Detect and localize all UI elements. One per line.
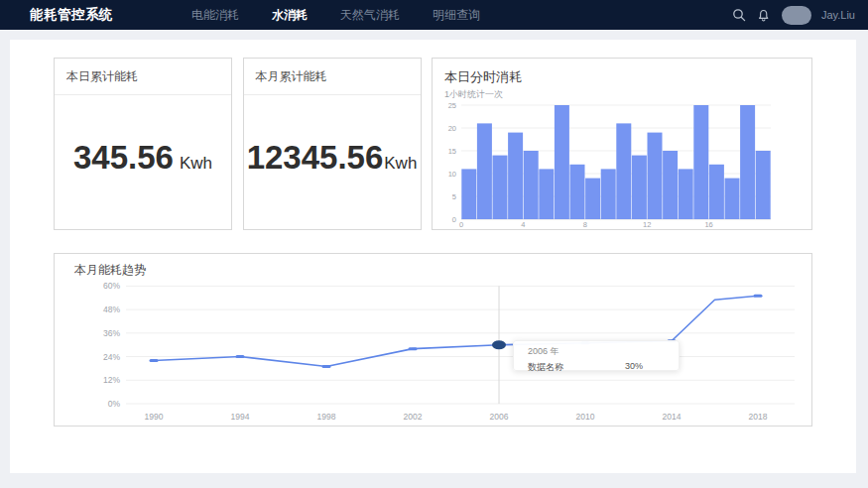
bell-icon[interactable] bbox=[756, 7, 772, 23]
tooltip-value: 30% bbox=[625, 361, 643, 374]
svg-text:20: 20 bbox=[448, 124, 456, 133]
tooltip-row: 数据名称 30% bbox=[528, 361, 665, 374]
today-total-value-wrap: 345.56 Kwh bbox=[55, 95, 231, 232]
content-panel: 本日累计能耗 345.56 Kwh 本月累计能耗 12345.56 Kwh 本日… bbox=[10, 40, 856, 473]
tooltip-year: 2006 年 bbox=[528, 345, 665, 358]
nav-item-electric[interactable]: 电能消耗 bbox=[191, 7, 239, 24]
top-nav: 能耗管控系统 电能消耗 水消耗 天然气消耗 明细查询 Jay.Liu bbox=[0, 0, 868, 30]
svg-text:2014: 2014 bbox=[663, 412, 682, 422]
card-trend-chart: 本月能耗趋势 0%12%24%36%48%60%1990199419982002… bbox=[54, 253, 812, 427]
trend-chart-wrap: 0%12%24%36%48%60%19901994199820022006201… bbox=[74, 281, 792, 427]
month-total-value-wrap: 12345.56 Kwh bbox=[244, 95, 421, 232]
hourly-chart-title: 本日分时消耗 bbox=[444, 68, 800, 86]
tooltip-series-label: 数据名称 bbox=[528, 361, 563, 374]
app-title: 能耗管控系统 bbox=[30, 6, 113, 24]
svg-text:15: 15 bbox=[448, 147, 456, 156]
user-name: Jay.Liu bbox=[821, 9, 855, 21]
hourly-chart-subtitle: 1小时统计一次 bbox=[444, 88, 800, 101]
svg-text:2010: 2010 bbox=[576, 412, 595, 422]
svg-text:25: 25 bbox=[448, 101, 456, 110]
svg-text:12: 12 bbox=[643, 220, 651, 229]
svg-text:1998: 1998 bbox=[317, 412, 336, 422]
card-today-total: 本日累计能耗 345.56 Kwh bbox=[54, 58, 232, 230]
month-total-value: 12345.56 bbox=[247, 141, 384, 174]
svg-text:16: 16 bbox=[704, 220, 712, 229]
card-title-today: 本日累计能耗 bbox=[55, 59, 231, 95]
card-hourly-chart: 本日分时消耗 1小时统计一次 05101520250481216 bbox=[432, 58, 812, 230]
svg-text:2002: 2002 bbox=[404, 412, 423, 422]
today-total-value: 345.56 bbox=[73, 141, 174, 174]
nav-item-query[interactable]: 明细查询 bbox=[433, 7, 480, 24]
today-total-unit: Kwh bbox=[180, 154, 212, 174]
chart-tooltip: 2006 年 数据名称 30% bbox=[513, 340, 680, 371]
svg-text:12%: 12% bbox=[103, 375, 120, 385]
hourly-bar-chart[interactable]: 05101520250481216 bbox=[444, 102, 800, 230]
nav-item-water[interactable]: 水消耗 bbox=[272, 7, 308, 24]
svg-text:0: 0 bbox=[459, 220, 463, 229]
svg-text:5: 5 bbox=[452, 192, 456, 201]
svg-text:0: 0 bbox=[452, 215, 456, 224]
nav-menu: 电能消耗 水消耗 天然气消耗 明细查询 bbox=[191, 0, 480, 30]
svg-text:24%: 24% bbox=[103, 352, 120, 362]
stats-row: 本日累计能耗 345.56 Kwh 本月累计能耗 12345.56 Kwh 本日… bbox=[54, 58, 812, 230]
svg-text:2018: 2018 bbox=[749, 412, 768, 422]
svg-text:4: 4 bbox=[521, 220, 525, 229]
trend-line-chart[interactable]: 0%12%24%36%48%60%19901994199820022006201… bbox=[74, 281, 795, 427]
user-avatar[interactable] bbox=[782, 6, 811, 25]
search-icon[interactable] bbox=[732, 7, 748, 23]
trend-chart-title: 本月能耗趋势 bbox=[74, 262, 792, 279]
svg-text:1994: 1994 bbox=[231, 412, 250, 422]
card-month-total: 本月累计能耗 12345.56 Kwh bbox=[243, 58, 422, 230]
month-total-unit: Kwh bbox=[384, 154, 417, 174]
svg-text:48%: 48% bbox=[103, 305, 120, 314]
card-title-month: 本月累计能耗 bbox=[244, 59, 421, 95]
svg-text:10: 10 bbox=[448, 170, 456, 179]
svg-text:1990: 1990 bbox=[145, 412, 164, 422]
nav-right: Jay.Liu bbox=[732, 0, 855, 30]
svg-text:2006: 2006 bbox=[490, 412, 509, 422]
svg-text:36%: 36% bbox=[103, 328, 120, 338]
svg-text:60%: 60% bbox=[103, 281, 120, 291]
nav-item-gas[interactable]: 天然气消耗 bbox=[340, 7, 400, 24]
svg-text:8: 8 bbox=[583, 220, 587, 229]
svg-text:0%: 0% bbox=[108, 399, 121, 409]
